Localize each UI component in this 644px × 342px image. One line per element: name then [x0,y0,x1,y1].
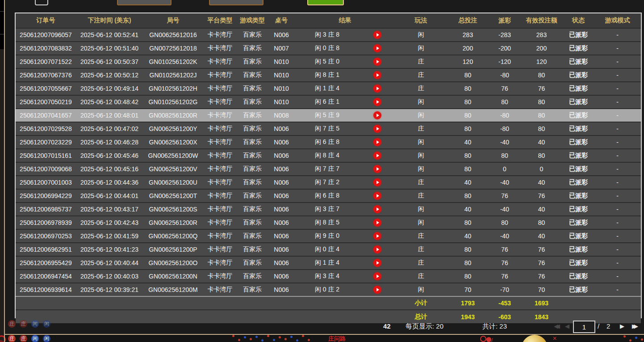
cell-status: 已派彩 [563,109,594,122]
replay-button[interactable] [373,286,381,294]
cell-table-no: N007 [268,42,295,55]
replay-button[interactable] [373,205,381,213]
cell-platform: 卡卡湾厅 [203,203,237,216]
table-row[interactable]: 2506120069474542025-06-12 00:40:03GN0062… [16,270,641,283]
table-row[interactable]: 2506120070151612025-06-12 00:45:46GN0062… [16,149,641,162]
cell-bet-time: 2025-06-12 00:41:23 [76,243,143,256]
cell-bet-time: 2025-06-12 00:50:12 [76,68,143,82]
bead-dot [255,336,258,338]
cell-platform: 卡卡湾厅 [203,55,237,68]
table-row[interactable]: 2506120070232292025-06-12 00:46:28GN0062… [16,135,641,149]
cell-play [360,55,395,68]
play-icon [376,33,379,37]
page-input[interactable] [573,321,595,333]
table-row[interactable]: 2506120069702532025-06-12 00:41:59GN0062… [16,229,641,243]
last-page-icon[interactable]: ▶▶ [632,319,638,334]
cell-table-no: N006 [268,135,295,149]
big-road-banker-circle: 庄 [20,320,27,328]
cell-play-type: 庄 [395,55,447,68]
table-row[interactable]: 2506120070715222025-06-12 00:50:37GN0102… [16,55,641,68]
table-row[interactable]: 2506120070960572025-06-12 00:52:41GN0062… [16,28,641,42]
replay-button[interactable] [373,152,381,160]
replay-button[interactable] [373,58,381,66]
first-page-icon[interactable]: ◀◀ [554,319,560,334]
play-icon [376,181,379,184]
table-row[interactable]: 2506120069554292025-06-12 00:40:44GN0062… [16,256,641,270]
replay-button[interactable] [373,192,381,200]
table-row[interactable]: 2506120069629512025-06-12 00:41:23GN0062… [16,243,641,256]
replay-button[interactable] [373,165,381,173]
cell-total-bet: 80 [447,162,489,176]
table-row[interactable]: 2506120070673762025-06-12 00:50:12GN0102… [16,68,641,82]
prev-page-icon[interactable]: ◀ [565,319,569,334]
replay-button[interactable] [373,44,381,52]
replay-button[interactable] [373,178,381,186]
cell-result: 闲 1 庄 4 [295,82,360,95]
cell-status: 已派彩 [563,122,594,135]
per-page-label: 每页显示: 20 [406,319,443,334]
cell-valid-bet: 80 [520,149,563,162]
cell-game-type: 百家乐 [237,256,268,270]
replay-button[interactable] [373,98,381,106]
cell-round-id: GN0062561200P [143,243,203,256]
cell-game-mode: - [594,122,641,135]
replay-button[interactable] [373,84,381,93]
cell-game-type: 百家乐 [237,203,268,216]
col-header-table-no: 桌号 [268,13,295,28]
table-row[interactable]: 2506120070090682025-06-12 00:45:16GN0062… [16,162,641,176]
play-icon [376,288,379,291]
table-header-row: 订单号 下注时间 (美东) 局号 平台类型 游戏类型 桌号 结果 玩法 总投注 … [16,13,641,28]
cell-game-type: 百家乐 [237,189,268,203]
replay-button[interactable] [373,272,381,280]
toolbar-button-2[interactable] [209,0,263,5]
table-row[interactable]: 2506120070502192025-06-12 00:48:42GN0102… [16,95,641,109]
replay-button[interactable] [373,219,381,227]
replay-button[interactable] [373,245,381,253]
replay-button[interactable] [373,138,381,146]
cell-round-id: GN0062561200O [143,256,203,270]
table-row[interactable]: 2506120070295282025-06-12 00:47:02GN0062… [16,122,641,135]
play-icon [376,100,379,104]
confirm-button[interactable] [307,0,344,5]
cell-order-id: 250612006939614 [16,283,76,296]
replay-button[interactable] [373,71,381,79]
next-page-icon[interactable]: ▶ [620,319,624,334]
table-row[interactable]: 2506120069942292025-06-12 00:44:01GN0062… [16,189,641,203]
cell-play-type: 闲 [395,216,447,229]
cell-valid-bet: 120 [520,55,563,68]
table-row[interactable]: 2506120069857372025-06-12 00:43:17GN0062… [16,203,641,216]
cell-order-id: 250612007096057 [16,28,76,42]
toolbar-button-1[interactable] [117,0,171,5]
table-row[interactable]: 2506120069396142025-06-12 00:39:21GN0062… [16,283,641,296]
col-header-status: 状态 [563,13,594,28]
cell-play-type: 闲 [395,109,447,122]
table-row[interactable]: 2506120070416572025-06-12 00:48:01GN0082… [16,109,641,122]
cell-order-id: 250612007029528 [16,122,76,135]
replay-button[interactable] [373,232,381,240]
replay-button[interactable] [373,31,381,39]
replay-button[interactable] [373,259,381,267]
bead-dot [261,339,263,342]
cell-platform: 卡卡湾厅 [203,216,237,229]
slash-icon: / [491,337,495,342]
replay-button[interactable] [373,111,381,119]
replay-button[interactable] [373,125,381,133]
table-row[interactable]: 2506120070838322025-06-12 00:51:40GN0072… [16,42,641,55]
cell-total-bet: 80 [447,243,489,256]
cell-bet-time: 2025-06-12 00:40:03 [76,270,143,283]
cell-platform: 卡卡湾厅 [203,109,237,122]
cell-status: 已派彩 [563,135,594,149]
big-road-banker-circle: 庄 [8,320,16,328]
play-icon [376,154,379,157]
col-header-valid-bet: 有效投注额 [520,13,563,28]
cell-play-type: 闲 [395,149,447,162]
bead-dot [267,335,269,337]
table-row[interactable]: 2506120070010032025-06-12 00:44:36GN0062… [16,176,641,189]
cell-game-mode: - [594,243,641,256]
cell-result: 闲 6 庄 8 [295,135,360,149]
play-icon [376,60,379,63]
table-row[interactable]: 2506120070556672025-06-12 00:49:14GN0102… [16,82,641,95]
table-row[interactable]: 2506120069789392025-06-12 00:42:43GN0062… [16,216,641,229]
cell-valid-bet: 40 [520,229,563,243]
cell-play [360,68,395,82]
